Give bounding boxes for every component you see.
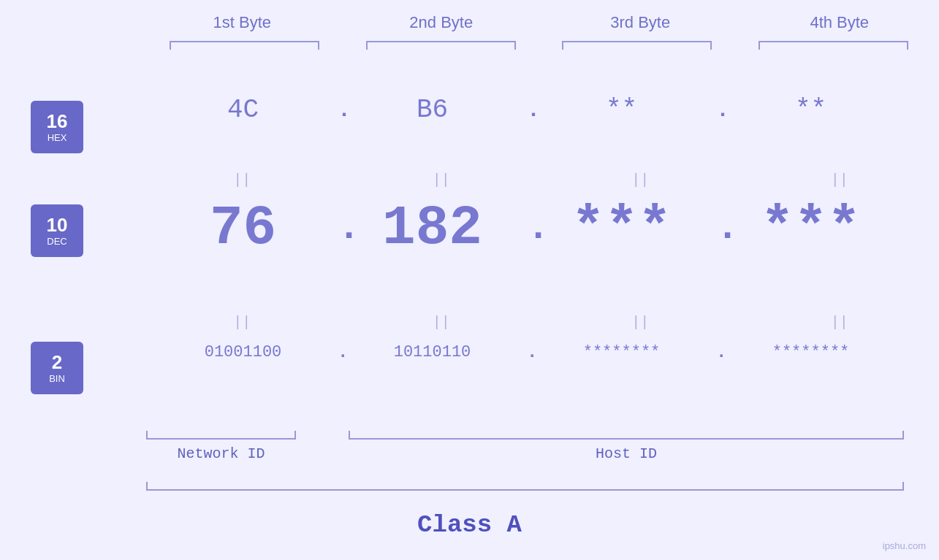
host-id-bracket — [349, 431, 904, 440]
top-bracket-2 — [366, 41, 516, 50]
eq2-cell4: || — [740, 314, 940, 331]
hex-byte1: 4C — [142, 95, 343, 125]
network-id-bracket — [146, 431, 296, 440]
hex-badge-label: HEX — [47, 132, 67, 143]
dec-byte1: 76 — [142, 197, 343, 260]
byte3-header: 3rd Byte — [541, 13, 740, 32]
class-label: Class A — [0, 511, 939, 539]
bracket-cell-3 — [539, 41, 736, 50]
dec-byte3: *** — [521, 197, 722, 260]
bin-byte1: 01001100 — [142, 343, 343, 361]
equals-row-2: || || || || — [142, 314, 939, 331]
eq1-cell1: || — [142, 172, 342, 188]
byte4-header: 4th Byte — [740, 13, 940, 32]
bin-row: 01001100 . 10110110 . ******** . *******… — [0, 343, 939, 361]
eq2-cell1: || — [142, 314, 342, 331]
bracket-cell-1 — [146, 41, 343, 50]
top-brackets — [146, 41, 932, 50]
hex-cells: 4C . B6 . ** . ** — [142, 95, 939, 125]
bracket-cell-4 — [735, 41, 932, 50]
dec-cells: 76 . 182 . *** . *** — [142, 197, 939, 260]
eq2-cell3: || — [541, 314, 740, 331]
class-bracket — [146, 482, 904, 491]
top-bracket-4 — [759, 41, 908, 50]
eq1-cell4: || — [740, 172, 940, 188]
bin-byte2: 10110110 — [332, 343, 533, 361]
byte-headers: 1st Byte 2nd Byte 3rd Byte 4th Byte — [142, 13, 939, 32]
dec-row: 76 . 182 . *** . *** — [0, 197, 939, 260]
hex-byte2: B6 — [332, 95, 533, 125]
eq2-cell2: || — [342, 314, 541, 331]
byte2-header: 2nd Byte — [342, 13, 541, 32]
eq1-cell2: || — [342, 172, 541, 188]
bracket-cell-2 — [343, 41, 539, 50]
dec-byte2: 182 — [332, 197, 533, 260]
host-id-label: Host ID — [349, 445, 904, 462]
eq1-cell3: || — [541, 172, 740, 188]
hex-byte3: ** — [521, 95, 722, 125]
top-bracket-3 — [562, 41, 712, 50]
bin-byte4: ******** — [710, 343, 911, 361]
watermark: ipshu.com — [883, 540, 926, 551]
hex-row: 4C . B6 . ** . ** — [0, 95, 939, 125]
bin-byte3: ******** — [521, 343, 722, 361]
dec-byte4: *** — [710, 197, 911, 260]
equals-row-1: || || || || — [142, 172, 939, 188]
bin-badge-label: BIN — [49, 373, 65, 384]
bin-cells: 01001100 . 10110110 . ******** . *******… — [142, 343, 939, 361]
top-bracket-1 — [170, 41, 319, 50]
byte1-header: 1st Byte — [142, 13, 342, 32]
hex-byte4: ** — [710, 95, 911, 125]
network-id-label: Network ID — [146, 445, 296, 462]
